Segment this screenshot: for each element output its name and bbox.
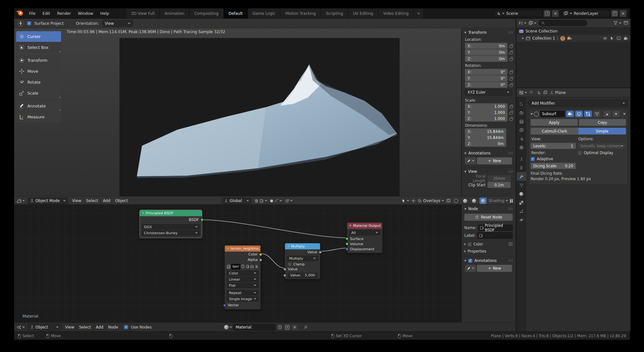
scale-z-field[interactable]: Z:1.000	[465, 116, 507, 122]
color-checkbox[interactable]	[468, 242, 472, 246]
shading-wireframe-button[interactable]	[452, 198, 459, 204]
vp-menu-object[interactable]: Object	[114, 199, 129, 203]
displacement-socket[interactable]	[346, 248, 348, 251]
tool-measure[interactable]: Measure	[16, 112, 61, 122]
open-image-button[interactable]	[250, 264, 254, 269]
menu-help[interactable]: Help	[97, 8, 112, 18]
node-menu-add[interactable]: Add	[95, 325, 104, 329]
tool-transform[interactable]: Transform	[16, 55, 61, 66]
panel-grip-icon[interactable]	[508, 259, 513, 262]
target-dropdown[interactable]: All	[349, 230, 380, 235]
source-dropdown[interactable]: Single Image	[227, 296, 259, 301]
annotation-pen-button[interactable]	[465, 265, 476, 272]
tool-annotate[interactable]: Annotate	[16, 101, 61, 111]
viewport-3d[interactable]: Time:00:03.96 | Mem:114.01M, Peak:138.90…	[14, 28, 515, 196]
move-up-button[interactable]: ▲	[603, 111, 611, 117]
eye-icon[interactable]	[603, 37, 607, 40]
render-visibility-toggle[interactable]	[566, 111, 574, 117]
tab-compositing[interactable]: Compositing	[189, 8, 223, 18]
dimensions-y-field[interactable]: Y:15.844m	[465, 134, 506, 141]
tab-uv-editing[interactable]: UV Editing	[348, 8, 378, 18]
filter-button[interactable]	[613, 21, 621, 25]
tab-video-editing[interactable]: Video Editing	[378, 8, 414, 18]
lock-icon[interactable]	[509, 106, 513, 108]
outliner-collection-row[interactable]: Collection 1 | ▽	[516, 35, 630, 42]
unlink-image-button[interactable]: ×	[255, 264, 259, 269]
tab-scripting[interactable]: Scripting	[321, 8, 348, 18]
shading-dropdown[interactable]: Shading	[488, 199, 508, 203]
scale-x-field[interactable]: X:1.000	[465, 103, 507, 109]
optimal-display-checkbox[interactable]	[578, 151, 582, 155]
lock-icon[interactable]	[509, 45, 513, 48]
node-header[interactable]: ▼ Principled BSDF	[140, 210, 202, 216]
lock-icon[interactable]	[509, 84, 513, 87]
alpha-socket[interactable]	[259, 258, 262, 261]
pause-render-icon[interactable]	[510, 199, 513, 203]
breadcrumb-active-object[interactable]: Plane	[550, 90, 566, 95]
cage-visibility-toggle[interactable]	[593, 111, 601, 117]
value2-in-socket[interactable]	[283, 274, 286, 277]
fake-user-button[interactable]	[277, 324, 283, 330]
vp-menu-view[interactable]: View	[71, 199, 82, 203]
tab-view-layer[interactable]	[516, 126, 526, 134]
material-name-field[interactable]: Material	[233, 324, 276, 330]
render-layer-field[interactable]: RenderLayer	[562, 10, 610, 17]
tool-scale[interactable]: Scale	[16, 88, 61, 98]
levels-field[interactable]: Levels: 1	[531, 143, 576, 149]
lock-icon[interactable]	[509, 58, 513, 61]
rotation-y-field[interactable]: Y:0°	[465, 75, 507, 81]
location-y-field[interactable]: Y:0m	[465, 49, 507, 55]
dimensions-z-field[interactable]: Z:0m	[465, 141, 506, 147]
menu-render[interactable]: Render	[53, 8, 74, 18]
color-space-dropdown[interactable]: Color	[227, 271, 259, 276]
display-mode-button[interactable]	[529, 21, 536, 25]
rotation-mode-dropdown[interactable]: XYZ Euler	[465, 89, 512, 96]
lock-icon[interactable]	[509, 52, 513, 54]
proportional-editing-toggle[interactable]	[270, 199, 282, 203]
lock-icon[interactable]	[509, 118, 513, 121]
surface-project-checkbox[interactable]	[27, 21, 31, 25]
transform-panel-header[interactable]: ▼ Transform	[462, 28, 515, 36]
location-z-field[interactable]: Z:0m	[465, 56, 507, 62]
viewport-visibility-toggle[interactable]	[575, 111, 583, 117]
vp-menu-add[interactable]: Add	[102, 199, 111, 203]
panel-grip-icon[interactable]	[508, 152, 513, 154]
tab-material[interactable]	[516, 190, 526, 198]
node-header[interactable]: ▼ terrain_heightma..	[225, 245, 260, 252]
lock-icon[interactable]	[509, 112, 513, 115]
tab-output[interactable]	[516, 117, 526, 126]
rotation-z-field[interactable]: Z:0°	[465, 82, 507, 88]
image-name-field[interactable]: terr	[231, 264, 240, 270]
modifier-name-field[interactable]: Subsurf	[540, 111, 565, 117]
node-name-field[interactable]: Principled BSDF	[478, 225, 513, 231]
scene-field[interactable]: Scene	[494, 10, 542, 17]
shader-node-editor[interactable]: ▼ Principled BSDF BSDF GGX Christensen-B…	[14, 205, 515, 322]
new-material-button[interactable]	[284, 324, 290, 330]
presets-list-icon[interactable]	[508, 243, 513, 246]
lock-icon[interactable]	[509, 78, 513, 80]
tab-3d-view-full[interactable]: 3D View Full	[126, 8, 160, 18]
new-render-layer-button[interactable]	[611, 10, 618, 17]
tab-particles[interactable]	[516, 207, 526, 216]
expand-triangle-icon[interactable]	[464, 250, 466, 253]
shading-solid-button[interactable]	[461, 198, 469, 204]
new-image-button[interactable]	[245, 264, 249, 269]
shader-type-dropdown[interactable]: Object	[28, 324, 61, 330]
extension-dropdown[interactable]: Repeat	[227, 290, 259, 295]
mode-dropdown[interactable]: Object Mode	[28, 198, 68, 204]
simple-button[interactable]: Simple	[578, 128, 626, 134]
tab-constraints[interactable]	[516, 163, 526, 172]
vector-socket[interactable]	[223, 304, 226, 307]
cursor-tool-icon[interactable]	[17, 20, 24, 27]
tab-game-logic[interactable]: Game Logic	[248, 8, 281, 18]
node-material-output[interactable]: ▼ Material Output All Surface Volume Dis…	[347, 222, 383, 253]
shader-socket[interactable]	[201, 218, 204, 221]
node-math-multiply[interactable]: ▼ Multiply Value Multiply Clamp Value	[285, 243, 320, 279]
lock-icon[interactable]	[509, 71, 513, 74]
value-number-field[interactable]: Value: 5.000	[288, 273, 317, 278]
image-icon[interactable]	[227, 264, 231, 269]
editor-type-button[interactable]	[17, 325, 25, 329]
pin-icon[interactable]	[303, 325, 308, 329]
expand-triangle-icon[interactable]	[464, 243, 466, 245]
clip-start-field[interactable]: 0.1m	[488, 182, 511, 188]
